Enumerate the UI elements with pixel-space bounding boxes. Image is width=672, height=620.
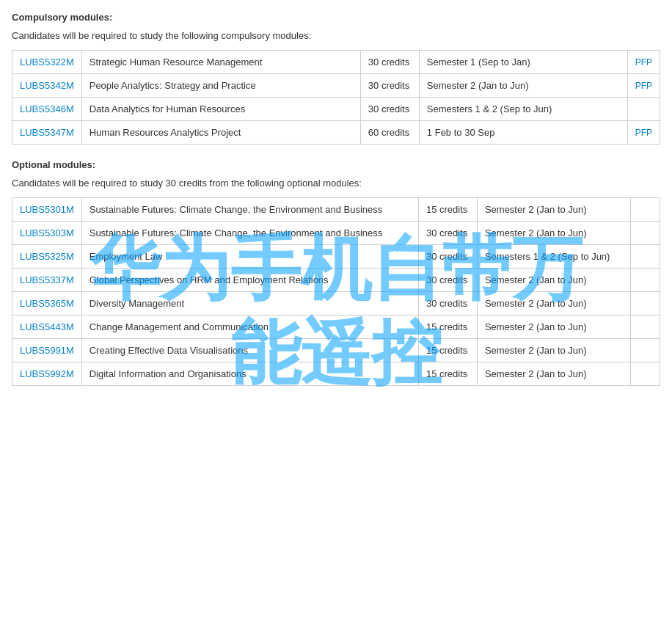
module-code-link[interactable]: LUBS5346M xyxy=(20,103,74,114)
module-semester: Semester 2 (Jan to Jun) xyxy=(477,222,630,245)
module-credits: 30 credits xyxy=(418,269,477,292)
module-credits: 15 credits xyxy=(418,316,477,339)
module-credits: 30 credits xyxy=(360,74,419,98)
optional-table: LUBS5301MSustainable Futures: Climate Ch… xyxy=(12,197,660,386)
module-code-link[interactable]: LUBS5347M xyxy=(20,127,74,138)
module-pfp xyxy=(631,245,660,269)
module-credits: 30 credits xyxy=(360,51,419,74)
module-code-link[interactable]: LUBS5365M xyxy=(20,298,74,309)
module-semester: Semester 2 (Jan to Jun) xyxy=(477,316,630,339)
module-code-link[interactable]: LUBS5992M xyxy=(20,368,74,379)
module-code-link[interactable]: LUBS5303M xyxy=(20,227,74,238)
module-semester: Semester 2 (Jan to Jun) xyxy=(477,362,630,386)
module-semester: Semester 1 (Sep to Jan) xyxy=(419,51,627,74)
module-credits: 30 credits xyxy=(418,222,477,245)
table-row: LUBS5346MData Analytics for Human Resour… xyxy=(12,98,660,121)
module-pfp xyxy=(627,98,660,121)
module-code-link[interactable]: LUBS5301M xyxy=(20,204,74,215)
table-row: LUBS5325MEmployment Law30 creditsSemeste… xyxy=(12,245,660,269)
module-pfp xyxy=(631,198,660,222)
module-credits: 30 credits xyxy=(360,98,419,121)
module-name: Diversity Management xyxy=(81,292,418,316)
table-row: LUBS5301MSustainable Futures: Climate Ch… xyxy=(12,198,660,222)
module-semester: Semester 2 (Jan to Jun) xyxy=(477,198,630,222)
table-row: LUBS5342MPeople Analytics: Strategy and … xyxy=(12,74,660,98)
module-credits: 30 credits xyxy=(418,245,477,269)
module-pfp xyxy=(631,362,660,386)
table-row: LUBS5991MCreating Effective Data Visuali… xyxy=(12,339,660,362)
module-name: Human Resources Analytics Project xyxy=(81,121,360,145)
module-name: Employment Law xyxy=(81,245,418,269)
module-name: Digital Information and Organisations xyxy=(81,362,418,386)
optional-desc: Candidates will be required to study 30 … xyxy=(12,178,660,189)
table-row: LUBS5992MDigital Information and Organis… xyxy=(12,362,660,386)
module-pfp xyxy=(631,222,660,245)
module-name: Sustainable Futures: Climate Change, the… xyxy=(81,222,418,245)
table-row: LUBS5347MHuman Resources Analytics Proje… xyxy=(12,121,660,145)
table-row: LUBS5322MStrategic Human Resource Manage… xyxy=(12,51,660,74)
module-code-link[interactable]: LUBS5337M xyxy=(20,274,74,285)
module-pfp xyxy=(631,339,660,362)
compulsory-desc: Candidates will be required to study the… xyxy=(12,30,660,41)
module-code-link[interactable]: LUBS5991M xyxy=(20,345,74,356)
module-name: Creating Effective Data Visualisations xyxy=(81,339,418,362)
module-semester: 1 Feb to 30 Sep xyxy=(419,121,627,145)
module-credits: 60 credits xyxy=(360,121,419,145)
module-credits: 30 credits xyxy=(418,292,477,316)
module-pfp: PFP xyxy=(627,51,660,74)
compulsory-section: Compulsory modules: Candidates will be r… xyxy=(12,12,660,145)
module-code-link[interactable]: LUBS5443M xyxy=(20,321,74,332)
table-row: LUBS5365MDiversity Management30 creditsS… xyxy=(12,292,660,316)
module-name: People Analytics: Strategy and Practice xyxy=(81,74,360,98)
module-pfp: PFP xyxy=(627,74,660,98)
module-pfp xyxy=(631,292,660,316)
module-code-link[interactable]: LUBS5322M xyxy=(20,56,74,68)
compulsory-table: LUBS5322MStrategic Human Resource Manage… xyxy=(12,50,660,145)
optional-section: Optional modules: Candidates will be req… xyxy=(12,159,660,386)
module-pfp xyxy=(631,269,660,292)
module-code-link[interactable]: LUBS5342M xyxy=(20,80,74,91)
module-name: Change Management and Communication xyxy=(81,316,418,339)
compulsory-title: Compulsory modules: xyxy=(12,12,660,23)
module-name: Global Perspectives on HRM and Employmen… xyxy=(81,269,418,292)
module-semester: Semesters 1 & 2 (Sep to Jun) xyxy=(477,245,630,269)
table-row: LUBS5303MSustainable Futures: Climate Ch… xyxy=(12,222,660,245)
module-code-link[interactable]: LUBS5325M xyxy=(20,251,74,262)
module-pfp: PFP xyxy=(627,121,660,145)
module-pfp xyxy=(631,316,660,339)
module-name: Sustainable Futures: Climate Change, the… xyxy=(81,198,418,222)
module-semester: Semester 2 (Jan to Jun) xyxy=(477,269,630,292)
module-credits: 15 credits xyxy=(418,362,477,386)
module-semester: Semesters 1 & 2 (Sep to Jun) xyxy=(419,98,627,121)
table-row: LUBS5337MGlobal Perspectives on HRM and … xyxy=(12,269,660,292)
module-name: Data Analytics for Human Resources xyxy=(81,98,360,121)
module-semester: Semester 2 (Jan to Jun) xyxy=(477,292,630,316)
module-semester: Semester 2 (Jan to Jun) xyxy=(419,74,627,98)
module-name: Strategic Human Resource Management xyxy=(81,51,360,74)
module-credits: 15 credits xyxy=(418,198,477,222)
table-row: LUBS5443MChange Management and Communica… xyxy=(12,316,660,339)
module-semester: Semester 2 (Jan to Jun) xyxy=(477,339,630,362)
module-credits: 15 credits xyxy=(418,339,477,362)
optional-title: Optional modules: xyxy=(12,159,660,170)
